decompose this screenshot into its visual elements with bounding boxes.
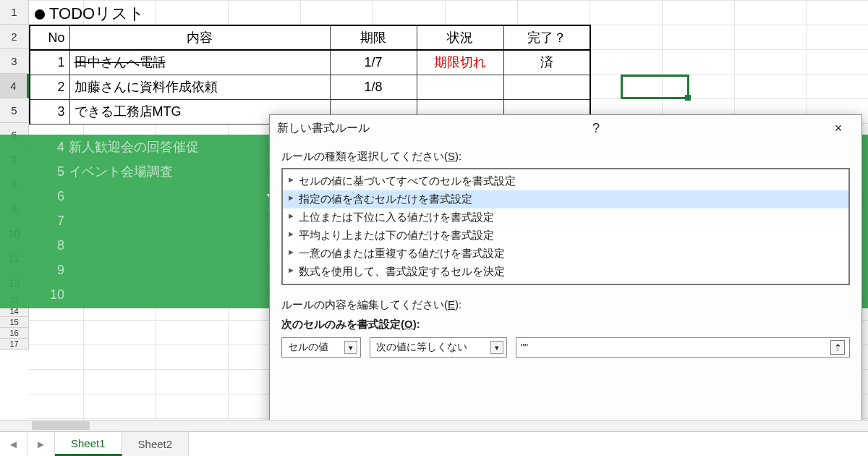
cell[interactable]: 3 [30, 99, 69, 124]
cell[interactable]: 1 [30, 50, 69, 75]
input-value: "" [521, 342, 528, 353]
table-row[interactable]: 2 加藤さんに資料作成依頼 1/8 [30, 75, 590, 99]
new-format-rule-dialog[interactable]: 新しい書式ルール ? × ルールの種類を選択してください(S): セルの値に基づ… [269, 114, 862, 426]
rule-type-option[interactable]: セルの値に基づいてすべてのセルを書式設定 [283, 172, 848, 190]
help-button[interactable]: ? [580, 118, 612, 138]
cell[interactable]: 2 [30, 75, 69, 99]
cell[interactable]: 加藤さんに資料作成依頼 [69, 75, 330, 99]
format-only-label: 次のセルのみを書式設定(O): [281, 318, 850, 332]
col-deadline[interactable]: 期限 [330, 25, 417, 50]
horizontal-scrollbar-thumb[interactable] [32, 421, 90, 430]
row-header[interactable]: 17 [0, 339, 29, 350]
horizontal-scrollbar-track[interactable] [0, 420, 868, 431]
rule-type-option[interactable]: 平均より上または下の値だけを書式設定 [283, 227, 848, 245]
row-header[interactable]: 2 [0, 25, 29, 49]
todo-table[interactable]: No 内容 期限 状況 完了？ 1 田中さんへ電話 1/7 期限切れ 済 2 加… [29, 25, 591, 124]
chevron-down-icon: ▾ [344, 341, 357, 354]
condition-value-input[interactable]: "" ⇡ [516, 337, 850, 358]
combo-value: 次の値に等しくない [376, 341, 467, 354]
active-cell-outline [621, 75, 689, 99]
tab-nav-prev[interactable]: ◄ [0, 432, 27, 456]
sheet-tab[interactable]: Sheet2 [122, 432, 190, 456]
rule-type-option[interactable]: 数式を使用して、書式設定するセルを決定 [283, 263, 848, 281]
cell[interactable]: 田中さんへ電話 [69, 50, 330, 75]
rule-type-list[interactable]: セルの値に基づいてすべてのセルを書式設定 指定の値を含むセルだけを書式設定 上位… [281, 168, 850, 285]
row-header[interactable]: 5 [0, 98, 29, 123]
cell[interactable]: 済 [503, 50, 590, 75]
close-icon: × [835, 121, 843, 136]
cell[interactable]: 1/8 [330, 75, 417, 99]
sheet-tab[interactable]: Sheet1 [55, 432, 122, 456]
cell[interactable] [417, 75, 503, 99]
dialog-titlebar[interactable]: 新しい書式ルール ? × [270, 115, 861, 141]
row-header[interactable]: 16 [0, 328, 29, 339]
dialog-title-text: 新しい書式ルール [277, 121, 370, 136]
select-rule-type-label: ルールの種類を選択してください(S): [281, 150, 850, 164]
sheet-tab-bar: ◄ ► Sheet1 Sheet2 [0, 431, 868, 456]
edit-rule-label: ルールの内容を編集してください(E): [281, 298, 850, 312]
cell[interactable]: 1/7 [330, 50, 417, 75]
table-header-row: No 内容 期限 状況 完了？ [30, 25, 590, 50]
rule-type-option[interactable]: 上位または下位に入る値だけを書式設定 [283, 208, 848, 227]
col-no[interactable]: No [30, 25, 69, 50]
row-header[interactable]: 4 [0, 74, 29, 98]
cell[interactable] [503, 75, 590, 99]
rule-type-option[interactable]: 指定の値を含むセルだけを書式設定 [283, 190, 848, 208]
table-row[interactable]: 1 田中さんへ電話 1/7 期限切れ 済 [30, 50, 590, 75]
condition-target-combo[interactable]: セルの値 ▾ [281, 337, 361, 358]
range-picker-icon[interactable]: ⇡ [830, 340, 845, 355]
col-done[interactable]: 完了？ [503, 25, 590, 50]
rule-type-option[interactable]: 一意の値または重複する値だけを書式設定 [283, 245, 848, 263]
close-button[interactable]: × [822, 118, 854, 138]
row-header[interactable]: 1 [0, 0, 29, 25]
condition-operator-combo[interactable]: 次の値に等しくない ▾ [370, 337, 507, 358]
col-status[interactable]: 状況 [417, 25, 503, 50]
sheet-title: TODOリスト [35, 3, 145, 25]
cell[interactable]: 期限切れ [417, 50, 503, 75]
row-header[interactable]: 3 [0, 49, 29, 74]
combo-value: セルの値 [288, 341, 328, 354]
col-content[interactable]: 内容 [69, 25, 330, 50]
chevron-down-icon: ▾ [490, 341, 503, 354]
tab-nav-next[interactable]: ► [27, 432, 55, 456]
bullet-icon [35, 9, 45, 20]
row-header[interactable]: 15 [0, 317, 29, 328]
